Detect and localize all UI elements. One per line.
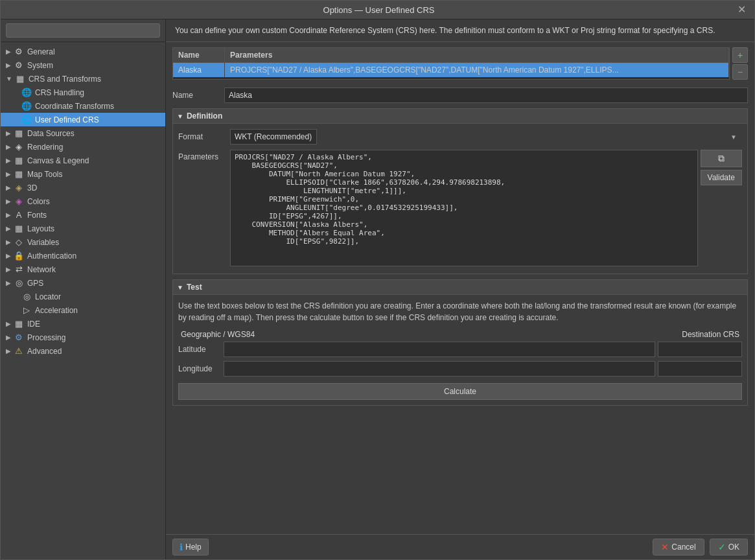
name-label: Name	[172, 91, 224, 100]
cancel-button[interactable]: ✕ Cancel	[653, 539, 704, 555]
acceleration-icon: ▷	[21, 305, 32, 315]
sidebar: ▶ ⚙ General ▶ ⚙ System ▼ ▦ CRS and Trans…	[1, 19, 166, 559]
sidebar-item-authentication[interactable]: ▶ 🔒 Authentication	[1, 249, 165, 262]
name-input[interactable]	[224, 88, 748, 103]
test-section-title: Test	[187, 283, 202, 292]
sidebar-item-user-defined-crs[interactable]: ▶ 🌐 User Defined CRS	[1, 113, 165, 126]
rendering-icon: ◈	[14, 142, 24, 152]
main-window: Options — User Defined CRS ✕ ▶ ⚙ General…	[0, 0, 755, 560]
ok-button[interactable]: ✓ OK	[710, 539, 748, 555]
search-input[interactable]	[6, 23, 160, 38]
sidebar-item-canvas-legend[interactable]: ▶ ▦ Canvas & Legend	[1, 154, 165, 167]
collapse-icon: ▼	[177, 284, 183, 291]
longitude-input[interactable]	[224, 361, 655, 377]
sidebar-item-acceleration[interactable]: ▶ ▷ Acceleration	[1, 303, 165, 317]
params-area-wrap: PROJCRS["NAD27 / Alaska Albers", BASEGEO…	[230, 150, 698, 268]
sidebar-item-processing[interactable]: ▶ ⚙ Processing	[1, 331, 165, 344]
test-section: ▼ Test Use the text boxes below to test …	[172, 279, 748, 406]
test-section-header[interactable]: ▼ Test	[172, 279, 748, 295]
add-crs-button[interactable]: +	[732, 47, 748, 63]
remove-crs-button[interactable]: −	[732, 64, 748, 80]
definition-section-header[interactable]: ▼ Definition	[172, 108, 748, 124]
sidebar-item-advanced[interactable]: ▶ ⚠ Advanced	[1, 344, 165, 358]
fonts-icon: A	[14, 210, 24, 220]
calculate-button[interactable]: Calculate	[178, 383, 742, 400]
latitude-row: Latitude	[178, 342, 742, 357]
sidebar-item-colors[interactable]: ▶ ◈ Colors	[1, 194, 165, 208]
sidebar-item-fonts[interactable]: ▶ A Fonts	[1, 208, 165, 222]
sidebar-label: Locator	[35, 292, 61, 301]
test-column-headers: Geographic / WGS84 Destination CRS	[178, 330, 742, 339]
arrow-icon: ▶	[6, 130, 11, 137]
th-name: Name	[173, 48, 225, 62]
latitude-input[interactable]	[224, 342, 655, 357]
help-button[interactable]: ℹ Help	[172, 539, 209, 555]
sidebar-item-gps[interactable]: ▶ ◎ GPS	[1, 276, 165, 290]
globe-icon: 🌐	[21, 88, 32, 97]
sidebar-label: Rendering	[27, 143, 63, 152]
cancel-label: Cancel	[671, 542, 695, 552]
arrow-icon: ▼	[6, 75, 12, 82]
globe-icon: 🌐	[21, 115, 32, 124]
bottom-bar: ℹ Help ✕ Cancel ✓ OK	[166, 534, 754, 559]
geo-header: Geographic / WGS84	[181, 330, 255, 339]
arrow-icon: ▶	[6, 48, 11, 55]
sidebar-item-variables[interactable]: ▶ ◇ Variables	[1, 235, 165, 249]
sidebar-item-coordinate-transforms[interactable]: ▶ 🌐 Coordinate Transforms	[1, 99, 165, 113]
definition-section-body: Format WKT (Recommended) PROJ String Par…	[172, 124, 748, 274]
main-panel: You can define your own custom Coordinat…	[166, 19, 754, 559]
sidebar-label: General	[27, 47, 55, 56]
latitude-dest-input[interactable]	[658, 342, 742, 357]
sidebar-label: Network	[27, 265, 56, 274]
longitude-dest-input[interactable]	[658, 361, 742, 377]
arrow-icon: ▶	[6, 320, 11, 327]
globe-icon: 🌐	[21, 101, 32, 111]
sidebar-label: Acceleration	[35, 306, 78, 315]
arrow-icon: ▶	[6, 62, 11, 69]
sidebar-item-rendering[interactable]: ▶ ◈ Rendering	[1, 140, 165, 154]
sidebar-item-system[interactable]: ▶ ⚙ System	[1, 58, 165, 72]
validate-button[interactable]: Validate	[701, 170, 742, 185]
sidebar-item-3d[interactable]: ▶ ◈ 3D	[1, 181, 165, 194]
sidebar-item-general[interactable]: ▶ ⚙ General	[1, 45, 165, 58]
format-select[interactable]: WKT (Recommended) PROJ String	[230, 129, 317, 145]
cancel-icon: ✕	[661, 542, 669, 552]
help-icon: ℹ	[180, 542, 183, 552]
params-textarea[interactable]: PROJCRS["NAD27 / Alaska Albers", BASEGEO…	[230, 150, 698, 266]
sidebar-label: System	[27, 61, 53, 70]
gear-icon: ⚙	[14, 60, 24, 70]
arrow-icon: ▶	[6, 279, 11, 286]
crs-icon: ▦	[15, 74, 25, 84]
content-area: ▶ ⚙ General ▶ ⚙ System ▼ ▦ CRS and Trans…	[1, 19, 754, 559]
sidebar-item-crs-transforms[interactable]: ▼ ▦ CRS and Transforms	[1, 72, 165, 86]
sidebar-label: Fonts	[27, 211, 47, 220]
test-description: Use the text boxes below to test the CRS…	[178, 300, 742, 323]
sidebar-label: Authentication	[27, 251, 76, 261]
window-title: Options — User Defined CRS	[20, 5, 738, 15]
sidebar-item-data-sources[interactable]: ▶ ▦ Data Sources	[1, 126, 165, 140]
sidebar-item-locator[interactable]: ▶ ◎ Locator	[1, 290, 165, 303]
sidebar-item-map-tools[interactable]: ▶ ▦ Map Tools	[1, 167, 165, 181]
ok-label: OK	[728, 542, 739, 552]
crs-table: Name Parameters Alaska PROJCRS["NAD27 / …	[172, 47, 730, 80]
table-action-buttons: + −	[732, 47, 748, 80]
table-header: Name Parameters	[173, 48, 729, 63]
sidebar-item-layouts[interactable]: ▶ ▦ Layouts	[1, 222, 165, 235]
layouts-icon: ▦	[14, 224, 24, 233]
sidebar-label: Colors	[27, 197, 50, 206]
sidebar-label: IDE	[27, 320, 40, 329]
longitude-label: Longitude	[178, 364, 224, 373]
sidebar-label: Advanced	[27, 347, 62, 356]
panel-body: Name Parameters Alaska PROJCRS["NAD27 / …	[166, 42, 754, 534]
map-icon: ▦	[14, 169, 24, 179]
arrow-icon: ▶	[6, 184, 11, 191]
close-button[interactable]: ✕	[738, 5, 748, 15]
ide-icon: ▦	[14, 319, 24, 329]
sidebar-item-crs-handling[interactable]: ▶ 🌐 CRS Handling	[1, 86, 165, 99]
table-row[interactable]: Alaska PROJCRS["NAD27 / Alaska Albers",B…	[173, 63, 729, 77]
sidebar-item-network[interactable]: ▶ ⇄ Network	[1, 262, 165, 276]
variables-icon: ◇	[14, 237, 24, 247]
arrow-icon: ▶	[6, 198, 11, 205]
sidebar-item-ide[interactable]: ▶ ▦ IDE	[1, 317, 165, 331]
copy-button[interactable]: ⧉	[701, 150, 742, 167]
